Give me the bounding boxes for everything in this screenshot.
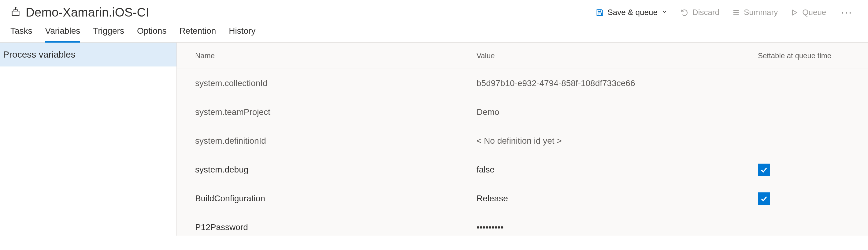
var-name: system.debug	[195, 165, 476, 175]
main: Process variables Name Value Settable at…	[0, 43, 868, 235]
tab-history[interactable]: History	[229, 26, 255, 43]
tab-retention[interactable]: Retention	[179, 26, 216, 43]
col-header-name[interactable]: Name	[195, 52, 476, 60]
tab-options[interactable]: Options	[137, 26, 167, 43]
variables-grid: Name Value Settable at queue time system…	[177, 43, 868, 242]
titlebar-left: Demo-Xamarin.iOS-CI	[10, 5, 149, 19]
sidebar: Process variables	[0, 43, 177, 235]
var-value: Release	[476, 194, 758, 203]
chevron-down-icon	[661, 8, 668, 17]
sidebar-item-process-variables[interactable]: Process variables	[0, 43, 177, 66]
save-icon	[595, 8, 604, 17]
discard-label: Discard	[692, 8, 719, 17]
col-header-value[interactable]: Value	[476, 52, 758, 60]
variables-panel: Name Value Settable at queue time system…	[177, 43, 868, 235]
var-value: false	[476, 165, 758, 175]
tab-variables[interactable]: Variables	[45, 26, 81, 43]
var-value: •••••••••	[476, 222, 758, 232]
svg-rect-2	[598, 13, 601, 15]
more-button[interactable]: ···	[838, 7, 855, 18]
grid-row[interactable]: system.definitionId < No definition id y…	[177, 127, 868, 155]
var-settable	[758, 192, 850, 205]
grid-row[interactable]: system.teamProject Demo	[177, 98, 868, 127]
svg-rect-1	[598, 9, 601, 11]
tab-tasks[interactable]: Tasks	[10, 26, 32, 43]
list-icon	[732, 8, 740, 17]
summary-label: Summary	[744, 8, 778, 17]
pipeline-icon	[10, 7, 21, 18]
discard-button[interactable]: Discard	[680, 8, 719, 17]
queue-button[interactable]: Queue	[790, 8, 826, 17]
grid-header: Name Value Settable at queue time	[177, 43, 868, 69]
tab-triggers[interactable]: Triggers	[93, 26, 124, 43]
grid-row[interactable]: P12Password •••••••••	[177, 213, 868, 242]
titlebar: Demo-Xamarin.iOS-CI Save & queue	[0, 0, 868, 22]
col-header-settable-label: Settable at queue time	[758, 52, 831, 60]
page-title: Demo-Xamarin.iOS-CI	[26, 5, 149, 19]
svg-rect-0	[12, 11, 19, 15]
settable-checkbox[interactable]	[758, 192, 770, 205]
save-queue-button[interactable]: Save & queue	[595, 8, 668, 17]
undo-icon	[680, 8, 689, 17]
var-name: system.definitionId	[195, 136, 476, 146]
grid-row[interactable]: system.collectionId b5d97b10-e932-4794-8…	[177, 69, 868, 98]
var-name: BuildConfiguration	[195, 194, 476, 203]
queue-label: Queue	[802, 8, 826, 17]
var-name: P12Password	[195, 222, 476, 232]
var-name: system.teamProject	[195, 107, 476, 117]
command-bar: Save & queue Discard	[595, 7, 858, 18]
var-settable	[758, 164, 850, 176]
save-queue-label: Save & queue	[608, 8, 658, 17]
var-value: Demo	[476, 107, 758, 117]
var-value: b5d97b10-e932-4794-858f-108df733ce66	[476, 78, 758, 88]
col-header-settable[interactable]: Settable at queue time	[758, 52, 850, 60]
grid-row[interactable]: BuildConfiguration Release	[177, 184, 868, 213]
play-icon	[790, 8, 799, 17]
summary-button[interactable]: Summary	[732, 8, 778, 17]
grid-row[interactable]: system.debug false	[177, 155, 868, 184]
settable-checkbox[interactable]	[758, 164, 770, 176]
tabs: Tasks Variables Triggers Options Retenti…	[0, 22, 868, 43]
var-value: < No definition id yet >	[476, 136, 758, 146]
var-name: system.collectionId	[195, 78, 476, 88]
